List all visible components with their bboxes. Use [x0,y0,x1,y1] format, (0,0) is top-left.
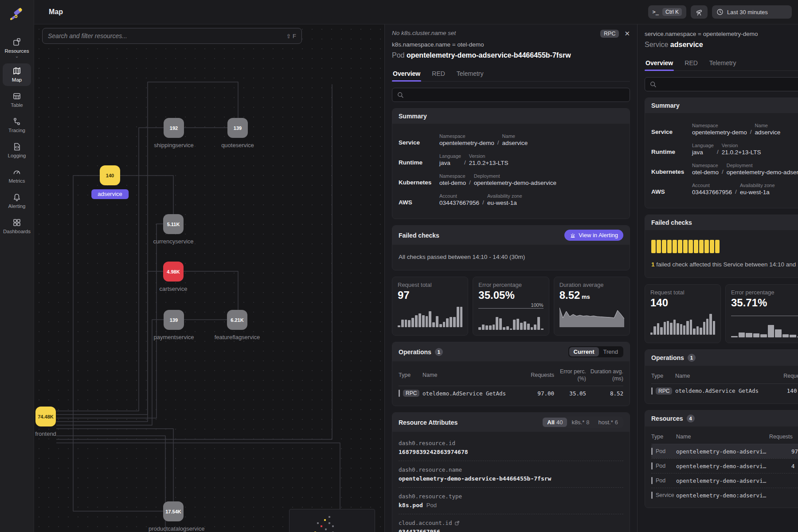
summary-field: Namespaceotel-demo [692,163,719,176]
field-separator: / [717,149,719,156]
sidebar-item-resources[interactable]: Resources⌄ [3,35,31,61]
resource-row[interactable]: Serviceopentelemetry-demo:adservice [651,488,798,502]
app-logo[interactable] [8,6,25,23]
failed-check-tick [657,240,661,253]
resource-row[interactable]: Podopentelemetry-demo-adservice-b…97.00 [651,444,798,458]
sidebar-item-label: Logging [8,153,26,158]
bar [439,324,442,327]
sidebar-item-tracing[interactable]: Tracing [3,114,31,137]
service-tab-red[interactable]: RED [684,57,699,70]
attr-filter-All[interactable]: All40 [543,418,567,427]
pod-tab-overview[interactable]: Overview [392,67,421,81]
time-range-button[interactable]: Last 30 minutes [712,5,792,19]
map-node-label-adservice[interactable]: adservice [91,189,129,199]
sidebar: Resources⌄MapTableTracingLoggingMetricsA… [0,0,34,532]
sidebar-item-dashboards[interactable]: Dashboards [3,215,31,238]
sidebar-item-logging[interactable]: Logging [3,139,31,162]
field-separator: / [497,139,499,146]
map-search-bar[interactable]: ⇧ F [42,28,302,44]
summary-field: Account034437667956 [439,193,479,206]
map-search-input[interactable] [48,32,283,39]
summary-row-kubernetes: KubernetesNamespaceotel-demo/Deploymento… [651,163,798,176]
map-node-productcatalogservice[interactable]: 17.54K [163,501,184,521]
map-node-adservice[interactable]: 140 [100,165,120,185]
toggle-trend[interactable]: Trend [599,347,622,356]
map-node-label-productcatalogservice: productcatalogservice [149,525,198,532]
field-value: opentelemetry-demo-adservice [727,169,798,176]
failed-checks-message: All checks passed between 14:10 - 14:40 … [399,247,623,265]
attribute-key: cloud.account.id [399,520,623,526]
field-value: 21.0.2+13-LTS [469,160,509,166]
map-node-paymentservice[interactable]: 139 [164,310,184,330]
map-icon [12,66,21,75]
node-value: 6.21K [231,317,243,323]
bar [790,335,796,337]
summary-row-values: Namespaceopentelemetry-demo/Nameadservic… [439,133,528,146]
attribute-value: k8s.podPod [399,502,623,509]
failed-check-ticks [651,233,798,255]
resource-row[interactable]: Podopentelemetry-demo-adservice-b…4 [651,458,798,473]
bar [782,334,789,337]
metric-label: Request total [398,282,462,288]
view-in-alerting-button[interactable]: View in Alerting [564,230,623,241]
close-icon[interactable]: ✕ [624,30,630,38]
service-tab-overview[interactable]: Overview [645,57,674,70]
operation-row[interactable]: RPCoteldemo.AdService GetAds140.00 [651,384,798,398]
field-value: 034437667956 [439,200,479,206]
toggle-current[interactable]: Current [569,347,599,356]
resource-type-label: Pod [656,448,665,454]
map-node-currencyservice[interactable]: 5.11K [163,214,184,234]
node-value: 4.98K [167,269,180,274]
service-failed-checks-card: Failed checks 1 failed check affected th… [645,215,798,278]
attr-filter-k8s[interactable]: k8s.*8 [567,418,594,427]
sidebar-item-map[interactable]: Map [3,63,31,86]
metric-value: 140 [650,297,715,309]
pod-operations-card: Operations 1 CurrentTrend Type Name Requ… [392,342,630,406]
metric-card-error-percentage: Error percentage35.71%100% [725,284,798,343]
operation-row[interactable]: RPCoteldemo.AdService GetAds97.0035.058.… [399,386,623,400]
summary-row-values: Languagejava/Version21.0.2+13-LTS [439,153,508,166]
sidebar-item-metrics[interactable]: Metrics [3,164,31,187]
bar [683,325,685,335]
field-name: Deployment [474,173,556,179]
attr-filter-host[interactable]: host.*6 [594,418,622,427]
field-name: Namespace [439,173,466,179]
map-node-quoteservice[interactable]: 139 [227,118,248,138]
bar [753,333,760,337]
sidebar-item-alerting[interactable]: Alerting [3,190,31,212]
node-value: 139 [234,125,242,131]
field-name: Name [502,133,528,139]
command-palette-button[interactable]: >_ Ctrl K [648,5,686,19]
field-name: Language [692,143,714,148]
map-node-label-paymentservice: paymentservice [153,334,194,341]
service-tab-telemetry[interactable]: Telemetry [708,57,737,70]
bar [696,326,699,335]
pod-tab-red[interactable]: RED [431,67,446,81]
map-node-shippingservice[interactable]: 192 [164,118,184,138]
resource-row[interactable]: Podopentelemetry-demo-adservice-b… [651,473,798,488]
pod-tab-telemetry[interactable]: Telemetry [456,67,485,81]
pod-search-input[interactable] [407,92,625,98]
pod-detail-panel: No k8s.cluster.name set RPC ✕ k8s.namesp… [384,24,637,532]
attribute-value: 034437667956 [399,528,623,532]
sidebar-item-table[interactable]: Table [3,89,31,111]
map-node-featureflagservice[interactable]: 6.21K [227,310,247,330]
service-search-input[interactable] [660,81,798,88]
bar [460,307,463,327]
field-name: Version [722,143,761,148]
field-value: opentelemetry-demo [439,140,494,146]
metric-label: Error percentage [478,282,543,288]
map-node-frontend[interactable]: 74.48K [35,407,56,426]
bar [405,320,407,328]
attribute-key: dash0.resource.type [399,493,623,500]
logging-icon [12,142,21,151]
resource-type: Pod [651,448,676,455]
pod-search[interactable] [392,88,630,102]
map-node-cartservice[interactable]: 4.98K [163,262,184,282]
telescope-button[interactable] [691,5,708,19]
bar [482,325,485,330]
operations-count: 1 [435,348,443,356]
minimap[interactable] [289,509,375,532]
field-name: Namespace [439,133,494,139]
service-search[interactable] [645,77,798,91]
